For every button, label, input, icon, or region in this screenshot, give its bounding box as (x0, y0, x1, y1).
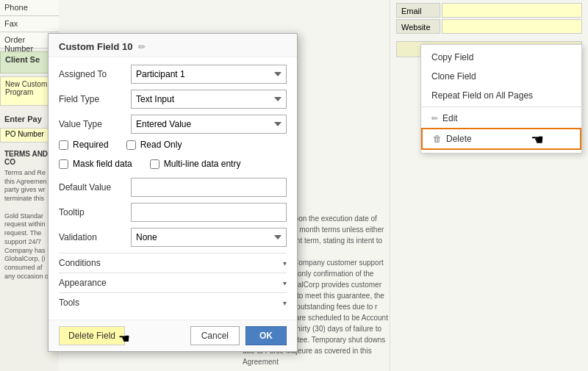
mask-field-label: Mask field data (73, 159, 132, 169)
repeat-field-label: Repeat Field on All Pages (431, 90, 533, 101)
multi-line-checkbox[interactable] (150, 159, 159, 169)
repeat-field-item[interactable]: Repeat Field on All Pages (421, 86, 581, 105)
assigned-to-row: Assigned To Participant 1 (59, 65, 287, 84)
required-label: Required (73, 140, 109, 150)
edit-item[interactable]: ✏ Edit (421, 109, 581, 128)
modal-edit-icon[interactable]: ✏ (138, 42, 146, 52)
field-type-row: Field Type Text Input (59, 90, 287, 109)
mask-field-checkbox[interactable] (59, 159, 68, 169)
email-value (442, 3, 582, 18)
tooltip-input[interactable] (131, 203, 287, 222)
fax-field-label: Fax (0, 16, 59, 32)
right-top-fields: Email Website (390, 0, 588, 38)
tooltip-label: Tooltip (59, 207, 125, 217)
validation-row: Validation None (59, 228, 287, 247)
default-value-input[interactable] (131, 178, 287, 197)
edit-label: Edit (442, 113, 458, 123)
conditions-chevron: ▾ (283, 259, 287, 267)
required-checkbox-row[interactable]: Required (59, 140, 109, 150)
email-label: Email (396, 3, 440, 18)
assigned-to-select[interactable]: Participant 1 (131, 65, 287, 84)
ok-button[interactable]: OK (245, 326, 287, 345)
tooltip-row: Tooltip (59, 203, 287, 222)
modal-header: Custom Field 10 ✏ (49, 34, 297, 57)
website-value (442, 19, 582, 34)
modal-body: Assigned To Participant 1 Field Type Tex… (49, 57, 297, 320)
tools-label: Tools (59, 298, 79, 308)
right-panel: Email Website Investment Copy Field Clon… (390, 0, 588, 371)
clone-field-label: Clone Field (431, 71, 476, 82)
field-type-label: Field Type (59, 94, 125, 104)
value-type-row: Value Type Entered Value (59, 115, 287, 134)
delete-field-button[interactable]: Delete Field (59, 326, 125, 345)
checkbox-group-2: Mask field data Multi-line data entry (59, 159, 287, 172)
field-type-select[interactable]: Text Input (131, 90, 287, 109)
trash-icon: 🗑 (433, 134, 442, 144)
mask-field-checkbox-row[interactable]: Mask field data (59, 159, 132, 169)
website-label: Website (396, 19, 440, 34)
multi-line-label: Multi-line data entry (164, 159, 241, 169)
context-menu: Copy Field Clone Field Repeat Field on A… (420, 44, 582, 154)
appearance-label: Appearance (59, 278, 107, 288)
default-value-row: Default Value (59, 178, 287, 197)
value-type-label: Value Type (59, 119, 125, 129)
email-row: Email (396, 3, 582, 18)
copy-field-item[interactable]: Copy Field (421, 48, 581, 67)
multi-line-checkbox-row[interactable]: Multi-line data entry (150, 159, 241, 169)
edit-icon: ✏ (431, 114, 438, 123)
default-value-label: Default Value (59, 182, 125, 192)
modal-title: Custom Field 10 (59, 41, 132, 52)
conditions-label: Conditions (59, 258, 101, 268)
assigned-to-label: Assigned To (59, 69, 125, 79)
appearance-chevron: ▾ (283, 279, 287, 287)
menu-divider (421, 107, 581, 107)
read-only-label: Read Only (140, 140, 182, 150)
tools-row[interactable]: Tools ▾ (59, 292, 287, 312)
clone-field-item[interactable]: Clone Field (421, 67, 581, 86)
checkbox-group-1: Required Read Only (59, 140, 287, 153)
conditions-row[interactable]: Conditions ▾ (59, 253, 287, 273)
read-only-checkbox-row[interactable]: Read Only (126, 140, 182, 150)
validation-select[interactable]: None (131, 228, 287, 247)
validation-label: Validation (59, 232, 125, 242)
tools-chevron: ▾ (283, 299, 287, 307)
required-checkbox[interactable] (59, 140, 68, 150)
cancel-button[interactable]: Cancel (190, 326, 240, 345)
modal-footer: Delete Field ☛ Cancel OK (49, 320, 297, 351)
delete-item[interactable]: 🗑 Delete (421, 128, 581, 150)
phone-field-label: Phone (0, 0, 59, 16)
website-row: Website (396, 19, 582, 34)
read-only-checkbox[interactable] (126, 140, 136, 150)
copy-field-label: Copy Field (431, 52, 473, 62)
custom-field-modal: Custom Field 10 ✏ Assigned To Participan… (48, 33, 298, 352)
appearance-row[interactable]: Appearance ▾ (59, 273, 287, 292)
value-type-select[interactable]: Entered Value (131, 115, 287, 134)
delete-label: Delete (446, 134, 472, 144)
